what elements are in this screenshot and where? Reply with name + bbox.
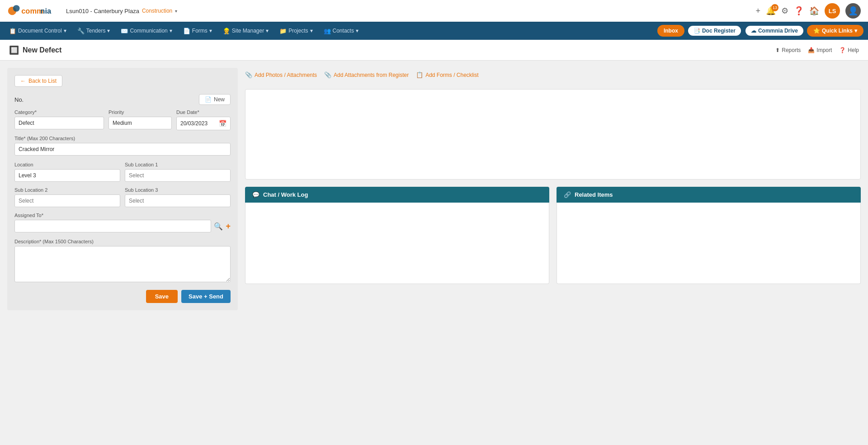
assigned-to-input[interactable]: [14, 220, 211, 232]
plus-icon: +: [226, 222, 231, 231]
description-textarea[interactable]: [14, 246, 231, 282]
related-panel: 🔗 Related Items: [557, 187, 861, 284]
projects-icon: 📁: [279, 28, 287, 34]
home-button[interactable]: 🏠: [809, 6, 819, 16]
nav-forms[interactable]: 📄 Forms ▾: [179, 26, 217, 36]
nav-projects[interactable]: 📁 Projects ▾: [275, 26, 317, 36]
main-content: ← Back to List No. 📄 New Category* Prior…: [0, 61, 868, 317]
nav-tenders[interactable]: 🔧 Tenders ▾: [73, 26, 115, 36]
doc-control-icon: 📋: [9, 28, 16, 34]
assigned-search-button[interactable]: 🔍: [214, 222, 223, 231]
file-icon: 📄: [205, 96, 212, 103]
save-button[interactable]: Save: [146, 290, 178, 303]
add-forms-label: Add Forms / Checklist: [425, 72, 478, 78]
page-header: 🔲 New Defect ⬆ Reports 📥 Import ❓ Help: [0, 40, 868, 61]
defect-icon: 🔲: [9, 45, 19, 55]
new-button[interactable]: 📄 New: [199, 94, 231, 105]
sub-location1-input[interactable]: [125, 169, 231, 182]
notifications-button[interactable]: 🔔 13: [766, 6, 776, 16]
photo-area: [245, 89, 861, 180]
add-forms-icon: 📋: [416, 71, 423, 78]
quick-links-chevron: ▾: [854, 28, 857, 34]
commnia-drive-button[interactable]: ☁ Commnia Drive: [745, 25, 804, 37]
nav-communication[interactable]: ✉️ Communication ▾: [116, 26, 176, 36]
project-name: Lsun010 - Canterbury Plaza: [66, 8, 139, 14]
paperclip-icon: 📎: [245, 71, 252, 78]
nav-contacts[interactable]: 👥 Contacts ▾: [319, 26, 363, 36]
sub-location2-group: Sub Location 2: [14, 187, 120, 207]
nav-site-manager[interactable]: 👷 Site Manager ▾: [218, 26, 273, 36]
settings-button[interactable]: ⚙: [781, 6, 788, 16]
inbox-button[interactable]: Inbox: [657, 25, 684, 37]
description-group: Description* (Max 1500 Characters): [14, 239, 231, 284]
location-input[interactable]: [14, 169, 120, 182]
sub-location1-label: Sub Location 1: [125, 162, 231, 167]
page-title-area: 🔲 New Defect: [9, 45, 61, 55]
reports-button[interactable]: ⬆ Reports: [775, 47, 801, 53]
location-row: Location Sub Location 1: [14, 162, 231, 182]
related-icon: 🔗: [564, 191, 571, 198]
page-title: New Defect: [23, 46, 61, 54]
priority-label: Priority: [108, 109, 172, 115]
top-bar: comm nia Lsun010 - Canterbury Plaza Cons…: [0, 0, 868, 22]
add-forms-button[interactable]: 📋 Add Forms / Checklist: [416, 71, 478, 78]
sub-location2-input[interactable]: [14, 194, 120, 207]
project-info[interactable]: Lsun010 - Canterbury Plaza Construction …: [66, 8, 177, 14]
cat-priority-date-row: Category* Priority Due Date* 20/03/2023 …: [14, 109, 231, 130]
priority-input[interactable]: [108, 117, 172, 129]
chat-panel: 💬 Chat / Work Log: [245, 187, 549, 284]
add-attach-icon: 📎: [324, 71, 331, 78]
priority-group: Priority: [108, 109, 172, 130]
new-label: New: [214, 96, 225, 103]
back-to-list-button[interactable]: ← Back to List: [14, 75, 62, 87]
search-icon: 🔍: [214, 222, 223, 230]
category-input[interactable]: [14, 117, 104, 129]
due-date-value: 20/03/2023: [180, 120, 208, 127]
nav-doc-control-chevron: ▾: [64, 28, 66, 34]
sub-location3-input[interactable]: [125, 194, 231, 207]
form-actions: Save Save + Send: [14, 290, 231, 303]
location-group: Location: [14, 162, 120, 182]
site-manager-icon: 👷: [223, 28, 230, 34]
title-input[interactable]: [14, 143, 231, 156]
location-label: Location: [14, 162, 120, 167]
import-label: Import: [816, 47, 832, 53]
add-from-register-button[interactable]: 📎 Add Attachments from Register: [324, 71, 409, 78]
add-from-register-label: Add Attachments from Register: [334, 72, 409, 78]
back-label: Back to List: [28, 78, 57, 84]
contacts-icon: 👥: [324, 28, 331, 34]
help-button[interactable]: ❓: [794, 6, 804, 16]
assigned-add-button[interactable]: +: [226, 222, 231, 231]
help-page-button[interactable]: ❓ Help: [839, 47, 859, 53]
save-send-button[interactable]: Save + Send: [181, 290, 231, 303]
quick-links-label: Quick Links: [822, 28, 853, 34]
sub-locations-row: Sub Location 2 Sub Location 3: [14, 187, 231, 207]
top-bar-right: + 🔔 13 ⚙ ❓ 🏠 LS 👤: [755, 3, 861, 19]
assigned-to-label: Assigned To*: [14, 213, 231, 218]
help-icon: ❓: [839, 47, 846, 53]
nav-site-manager-label: Site Manager: [232, 28, 264, 34]
calendar-icon[interactable]: 📅: [219, 120, 226, 127]
attachments-bar: 📎 Add Photos / Attachments 📎 Add Attachm…: [245, 68, 861, 82]
forms-icon: 📄: [183, 28, 190, 34]
nav-tenders-label: Tenders: [86, 28, 106, 34]
logo[interactable]: comm nia: [7, 3, 57, 19]
add-photos-button[interactable]: 📎 Add Photos / Attachments: [245, 71, 317, 78]
project-chevron-icon[interactable]: ▾: [175, 9, 177, 14]
category-group: Category*: [14, 109, 104, 130]
svg-text:nia: nia: [40, 7, 52, 15]
import-button[interactable]: 📥 Import: [808, 47, 832, 53]
commnia-drive-icon: ☁: [751, 28, 756, 34]
sub-location2-label: Sub Location 2: [14, 187, 120, 193]
back-arrow-icon: ←: [20, 78, 26, 84]
quick-links-button[interactable]: ⭐ Quick Links ▾: [807, 25, 863, 37]
title-group: Title* (Max 200 Characters): [14, 136, 231, 156]
nav-forms-chevron: ▾: [209, 28, 212, 34]
due-date-field[interactable]: 20/03/2023 📅: [176, 117, 231, 130]
support-avatar[interactable]: 👤: [845, 3, 861, 19]
nav-doc-control[interactable]: 📋 Document Control ▾: [5, 26, 71, 36]
doc-register-button[interactable]: 📑 Doc Register: [687, 25, 742, 37]
add-button[interactable]: +: [755, 6, 760, 16]
user-avatar[interactable]: LS: [825, 3, 840, 19]
right-content: 📎 Add Photos / Attachments 📎 Add Attachm…: [245, 68, 861, 310]
